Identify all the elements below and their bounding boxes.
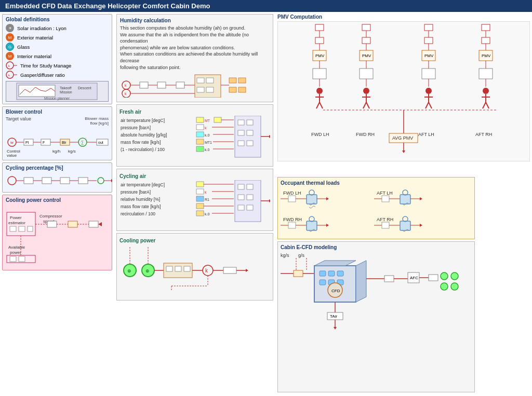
svg-rect-138 xyxy=(238,184,244,189)
svg-rect-140 xyxy=(238,195,244,200)
svg-line-207 xyxy=(425,102,429,108)
svg-rect-112 xyxy=(247,120,253,125)
middle-panel: Humidity calculation This section comput… xyxy=(114,12,275,394)
svg-rect-107 xyxy=(196,146,204,152)
svg-rect-251 xyxy=(288,222,296,228)
svg-point-33 xyxy=(8,176,16,185)
svg-text:out: out xyxy=(98,141,103,144)
svg-rect-209 xyxy=(482,24,490,31)
svg-rect-134 xyxy=(196,211,204,216)
mission-planner: Takeoff Mission Descent Mission planner xyxy=(6,81,109,102)
svg-rect-92 xyxy=(214,117,221,122)
svg-text:(1 - recirculation) / 100: (1 - recirculation) / 100 xyxy=(121,147,165,152)
svg-marker-228 xyxy=(402,151,405,153)
svg-line-180 xyxy=(320,102,323,108)
svg-rect-167 xyxy=(315,24,324,31)
svg-rect-65 xyxy=(19,256,25,262)
svg-text:k.0: k.0 xyxy=(205,212,209,216)
svg-rect-59 xyxy=(89,221,98,227)
left-panel: Global definitions ☀ Solar irradiation :… xyxy=(0,12,114,394)
svg-rect-261 xyxy=(400,221,410,230)
svg-point-291 xyxy=(441,272,448,280)
cycling-title: Cycling percentage [%] xyxy=(6,165,109,171)
mission-planner-diagram: Takeoff Mission Descent Mission planner xyxy=(16,82,99,101)
svg-text:CFD: CFD xyxy=(331,289,340,293)
svg-text:estimator: estimator xyxy=(8,221,25,225)
svg-text:FWD RH: FWD RH xyxy=(283,217,302,222)
svg-text:AFC: AFC xyxy=(410,276,418,280)
svg-point-190 xyxy=(363,88,369,94)
svg-text:FWD LH: FWD LH xyxy=(311,132,329,137)
cycling-percentage-section: Cycling percentage [%] xyxy=(2,162,112,193)
svg-marker-240 xyxy=(326,197,329,200)
occupant-cabin-column: Occupant thermal loads FWD LH xyxy=(277,177,475,392)
svg-text:PI: PI xyxy=(25,141,29,144)
svg-rect-273 xyxy=(337,271,343,276)
svg-text:k.0: k.0 xyxy=(205,133,209,137)
svg-text:Power: Power xyxy=(10,215,22,220)
svg-rect-115 xyxy=(238,141,244,146)
svg-rect-51 xyxy=(28,226,33,231)
svg-text:AFT LH: AFT LH xyxy=(418,132,434,137)
gasper-icon: k xyxy=(6,71,17,79)
svg-marker-118 xyxy=(269,135,270,138)
svg-rect-90 xyxy=(196,117,204,122)
svg-text:relative humidity [%]: relative humidity [%] xyxy=(121,197,160,202)
svg-rect-88 xyxy=(238,87,246,92)
global-definitions-section: Global definitions ☀ Solar irradiation :… xyxy=(2,14,112,104)
time-label: Time for Study Manage xyxy=(20,63,71,69)
svg-rect-169 xyxy=(315,37,324,44)
blower-title: Blower control xyxy=(6,109,109,115)
svg-text:Mission: Mission xyxy=(60,90,72,94)
svg-text:k: k xyxy=(205,268,208,274)
svg-rect-72 xyxy=(157,82,166,88)
svg-rect-153 xyxy=(175,266,181,271)
solar-icon: ☀ xyxy=(6,24,14,32)
svg-text:k: k xyxy=(125,92,127,95)
svg-line-193 xyxy=(363,102,366,108)
svg-rect-274 xyxy=(320,280,326,285)
gasper-item: k Gasper/diffuser ratio xyxy=(6,71,109,79)
svg-rect-245 xyxy=(400,195,410,204)
svg-rect-202 xyxy=(422,69,435,79)
svg-marker-145 xyxy=(269,199,270,202)
svg-rect-95 xyxy=(196,125,204,130)
humidity-title: Humidity calculation xyxy=(120,18,270,23)
svg-rect-271 xyxy=(320,271,326,276)
pmv-svg: PMV xyxy=(278,22,529,162)
svg-text:kg/s: kg/s xyxy=(68,149,76,154)
svg-marker-270 xyxy=(356,261,366,302)
svg-rect-116 xyxy=(247,141,253,146)
time-icon: k xyxy=(6,61,17,70)
interior-label: Interior material xyxy=(17,53,51,59)
svg-marker-45 xyxy=(111,179,112,182)
humidity-diagram: k k xyxy=(120,73,271,98)
svg-text:Blr: Blr xyxy=(62,141,66,144)
cycling-air-section: Cycling air air temperature [degC] press… xyxy=(116,169,273,231)
cooling-power-control-section: Cooling power control Power estimator Co… xyxy=(2,195,112,270)
pmv-title: PMV Computation xyxy=(277,14,530,20)
svg-point-293 xyxy=(441,283,448,290)
svg-text:absolute humidity [g/kg]: absolute humidity [g/kg] xyxy=(121,132,167,138)
svg-text:air temperature [degC]: air temperature [degC] xyxy=(121,182,165,187)
svg-point-0 xyxy=(6,62,14,69)
occupant-thermal-section: Occupant thermal loads FWD LH xyxy=(277,177,475,239)
svg-text:k: k xyxy=(8,74,10,77)
svg-rect-216 xyxy=(479,69,493,79)
occupant-title: Occupant thermal loads xyxy=(281,180,472,186)
right-top: PMV Computation PMV xyxy=(277,14,530,175)
svg-marker-256 xyxy=(326,224,329,227)
svg-rect-266 xyxy=(294,270,303,277)
global-def-title: Global definitions xyxy=(6,17,109,22)
svg-rect-39 xyxy=(60,177,70,184)
svg-marker-290 xyxy=(334,327,337,330)
svg-rect-111 xyxy=(238,120,244,125)
cooling-power-title: Cooling power xyxy=(119,238,270,243)
svg-marker-269 xyxy=(314,261,356,266)
svg-rect-159 xyxy=(223,267,236,274)
svg-rect-49 xyxy=(10,226,16,231)
svg-rect-55 xyxy=(47,221,57,227)
svg-rect-120 xyxy=(196,182,204,187)
svg-rect-143 xyxy=(247,205,253,210)
svg-rect-152 xyxy=(166,266,172,271)
